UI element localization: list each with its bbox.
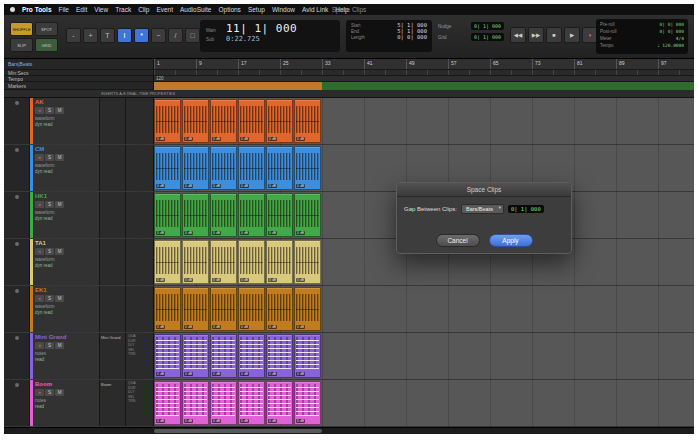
clip[interactable]: 0 dB — [238, 334, 265, 378]
record-enable-button[interactable]: ● — [35, 107, 44, 114]
menu-item-options[interactable]: Options — [218, 6, 240, 13]
track-view-selector[interactable]: notes — [35, 351, 97, 356]
solo-button[interactable]: S — [45, 201, 54, 208]
track-automation-mode[interactable]: dyn read — [35, 122, 97, 127]
track-inserts-cell[interactable] — [99, 192, 125, 238]
menu-item-window[interactable]: Window — [272, 6, 295, 13]
track-inserts-cell[interactable] — [99, 98, 125, 144]
clip[interactable]: 0 dB — [266, 146, 293, 190]
play-button[interactable]: ▶ — [564, 27, 580, 43]
track-view-selector[interactable]: waveform — [35, 116, 97, 121]
clip[interactable]: 0 dB — [294, 381, 321, 425]
menu-item-avid-link[interactable]: Avid Link — [302, 6, 328, 13]
track-automation-mode[interactable]: dyn read — [35, 169, 97, 174]
edit-mode-shuffle[interactable]: SHUFFLE — [10, 22, 33, 36]
clip[interactable]: 0 dB — [210, 381, 237, 425]
clip[interactable]: 0 dB — [154, 381, 181, 425]
smart-tool[interactable]: □ — [185, 28, 200, 43]
clip[interactable]: 0 dB — [294, 334, 321, 378]
cancel-button[interactable]: Cancel — [436, 234, 480, 247]
clip[interactable]: 0 dB — [182, 146, 209, 190]
mute-button[interactable]: M — [55, 295, 64, 302]
menu-item-setup[interactable]: Setup — [248, 6, 265, 13]
clip[interactable]: 0 dB — [210, 334, 237, 378]
track-view-selector[interactable]: waveform — [35, 304, 97, 309]
scrub-tool[interactable]: ~ — [151, 28, 166, 43]
gap-value-field[interactable]: 0| 1| 000 — [508, 205, 544, 213]
track-lane[interactable]: 0 dB0 dB0 dB0 dB0 dB0 dB — [154, 380, 694, 426]
clip[interactable]: 0 dB — [210, 193, 237, 237]
solo-button[interactable]: S — [45, 295, 54, 302]
trim-tool[interactable]: T — [100, 28, 115, 43]
edit-mode-grid[interactable]: GRID — [35, 38, 58, 52]
clip[interactable]: 0 dB — [266, 287, 293, 331]
track-name[interactable]: AK — [35, 99, 97, 106]
clip[interactable]: 0 dB — [238, 146, 265, 190]
sub-counter-value[interactable]: 0:22.725 — [226, 35, 260, 43]
track-view-selector[interactable]: notes — [35, 398, 97, 403]
track-header-ak[interactable]: AK●SMwaveformdyn read — [4, 98, 154, 144]
track-lane[interactable]: 0 dB0 dB0 dB0 dB0 dB0 dB — [154, 98, 694, 144]
menu-item-edit[interactable]: Edit — [76, 6, 87, 13]
menu-item-event[interactable]: Event — [156, 6, 173, 13]
ruler-label-bars-beats[interactable]: Bars|Beats — [4, 58, 153, 70]
clip[interactable]: 0 dB — [210, 287, 237, 331]
track-inserts-cell[interactable]: Mini Grand — [99, 333, 125, 379]
track-name[interactable]: HK1 — [35, 193, 97, 200]
track-lane[interactable]: 0 dB0 dB0 dB0 dB0 dB0 dB — [154, 333, 694, 379]
mute-button[interactable]: M — [55, 201, 64, 208]
menu-app-name[interactable]: Pro Tools — [22, 6, 52, 13]
selector-tool[interactable]: I — [117, 28, 132, 43]
clip[interactable]: 0 dB — [182, 99, 209, 143]
clip[interactable]: 0 dB — [266, 381, 293, 425]
record-enable-button[interactable]: ● — [35, 201, 44, 208]
track-view-selector[interactable]: waveform — [35, 210, 97, 215]
edit-mode-spot[interactable]: SPOT — [35, 22, 58, 36]
track-inserts-cell[interactable] — [99, 145, 125, 191]
mute-button[interactable]: M — [55, 107, 64, 114]
clip[interactable]: 0 dB — [266, 334, 293, 378]
track-header-ta1[interactable]: TA1●SMwaveformdyn read — [4, 239, 154, 285]
clip[interactable]: 0 dB — [182, 193, 209, 237]
zoom-in-tool[interactable]: + — [83, 28, 98, 43]
clip[interactable]: 0 dB — [154, 99, 181, 143]
clip[interactable]: 0 dB — [294, 99, 321, 143]
clip[interactable]: 0 dB — [154, 334, 181, 378]
horizontal-scrollbar[interactable] — [154, 429, 322, 433]
track-inserts-cell[interactable] — [99, 286, 125, 332]
status-value[interactable]: ♩ 120.0000 — [657, 42, 684, 49]
fast-forward-button[interactable]: ▶▶ — [528, 27, 544, 43]
track-name[interactable]: TA1 — [35, 240, 97, 247]
clip[interactable]: 0 dB — [266, 240, 293, 284]
record-enable-button[interactable]: ● — [35, 154, 44, 161]
clip[interactable]: 0 dB — [238, 240, 265, 284]
clip[interactable]: 0 dB — [266, 193, 293, 237]
clip[interactable]: 0 dB — [154, 146, 181, 190]
clip[interactable]: 0 dB — [266, 99, 293, 143]
status-value[interactable]: 0| 0| 000 — [660, 28, 684, 35]
track-automation-mode[interactable]: dyn read — [35, 263, 97, 268]
record-enable-button[interactable]: ● — [35, 389, 44, 396]
track-automation-mode[interactable]: dyn read — [35, 310, 97, 315]
record-enable-button[interactable]: ● — [35, 295, 44, 302]
mute-button[interactable]: M — [55, 154, 64, 161]
solo-button[interactable]: S — [45, 389, 54, 396]
track-header-mini-grand[interactable]: Mini Grand●SMnotesreadMini GrandQUADURDL… — [4, 333, 154, 379]
record-enable-button[interactable]: ● — [35, 342, 44, 349]
clip[interactable]: 0 dB — [182, 334, 209, 378]
track-view-selector[interactable]: waveform — [35, 163, 97, 168]
track-automation-mode[interactable]: read — [35, 357, 97, 362]
clip[interactable]: 0 dB — [238, 193, 265, 237]
clip[interactable]: 0 dB — [294, 193, 321, 237]
track-view-selector[interactable]: waveform — [35, 257, 97, 262]
menu-item-audiosuite[interactable]: AudioSuite — [180, 6, 211, 13]
selection-length-value[interactable]: 0| 0| 000 — [397, 34, 427, 40]
mute-button[interactable]: M — [55, 342, 64, 349]
stop-button[interactable]: ■ — [546, 27, 562, 43]
solo-button[interactable]: S — [45, 107, 54, 114]
track-name[interactable]: Mini Grand — [35, 334, 97, 341]
track-inserts-cell[interactable] — [99, 239, 125, 285]
apple-icon[interactable] — [10, 7, 15, 12]
clip[interactable]: 0 dB — [210, 99, 237, 143]
mute-button[interactable]: M — [55, 248, 64, 255]
